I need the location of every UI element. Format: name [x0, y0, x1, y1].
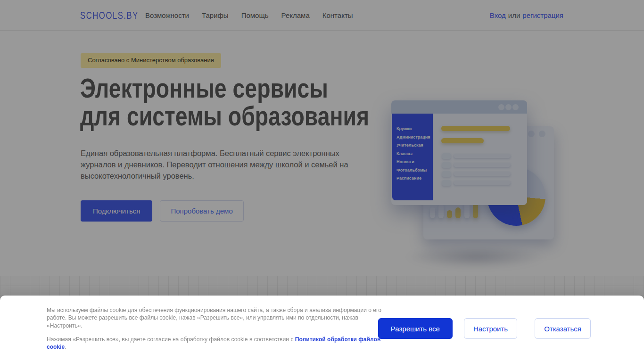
cookie-paragraph-2: Нажимая «Разрешить все», вы даете соглас… [47, 336, 384, 351]
decline-cookies-button[interactable]: Отказаться [535, 318, 591, 339]
cookie-paragraph-2-suffix: . [65, 343, 66, 350]
page: SCHOOLS.BY Возможности Тарифы Помощь Рек… [0, 0, 644, 362]
cookie-paragraph-1: Мы используем файлы cookie для обеспечен… [47, 306, 384, 329]
cookie-paragraph-2-prefix: Нажимая «Разрешить все», вы даете соглас… [47, 336, 295, 343]
cookie-buttons: Разрешить все Настроить Отказаться [378, 318, 591, 339]
cookie-banner: Мы используем файлы cookie для обеспечен… [0, 296, 644, 362]
configure-cookies-button[interactable]: Настроить [464, 318, 517, 339]
cookie-text: Мы используем файлы cookie для обеспечен… [47, 306, 384, 351]
allow-all-cookies-button[interactable]: Разрешить все [378, 318, 453, 339]
